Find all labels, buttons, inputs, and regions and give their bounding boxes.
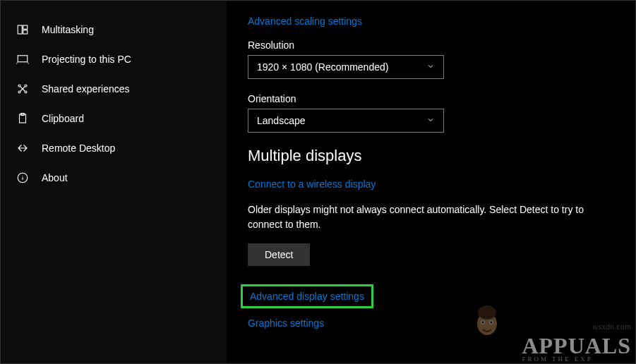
remote-desktop-icon: [16, 142, 29, 154]
orientation-value: Landscape: [257, 115, 306, 126]
resolution-label: Resolution: [248, 40, 614, 51]
shared-experiences-icon: [16, 83, 29, 95]
orientation-label: Orientation: [248, 93, 614, 104]
orientation-select[interactable]: Landscape: [248, 109, 444, 133]
sidebar-item-clipboard[interactable]: Clipboard: [1, 104, 227, 133]
advanced-scaling-link[interactable]: Advanced scaling settings: [248, 16, 362, 27]
svg-point-5: [25, 85, 27, 87]
resolution-select[interactable]: 1920 × 1080 (Recommended): [248, 55, 444, 79]
projecting-icon: [16, 53, 29, 66]
svg-point-18: [491, 322, 493, 324]
about-icon: [16, 171, 29, 184]
settings-sidebar: Multitasking Projecting to this PC: [1, 1, 227, 363]
watermark-url: wsxdn.com: [592, 323, 631, 331]
sidebar-item-projecting[interactable]: Projecting to this PC: [1, 44, 227, 74]
detect-button[interactable]: Detect: [248, 243, 310, 266]
svg-point-17: [482, 322, 484, 324]
graphics-settings-link[interactable]: Graphics settings: [248, 317, 324, 329]
svg-point-4: [18, 85, 20, 87]
sidebar-item-shared-experiences[interactable]: Shared experiences: [1, 74, 227, 104]
svg-rect-0: [18, 25, 22, 34]
multiple-displays-heading: Multiple displays: [248, 147, 614, 165]
chevron-down-icon: [426, 61, 435, 73]
sidebar-item-label: Shared experiences: [42, 83, 130, 95]
sidebar-item-label: Multitasking: [42, 24, 94, 35]
sidebar-item-label: Clipboard: [42, 113, 84, 124]
svg-rect-2: [23, 30, 28, 34]
advanced-display-settings-link[interactable]: Advanced display settings: [241, 284, 373, 308]
clipboard-icon: [16, 112, 29, 125]
wireless-display-link[interactable]: Connect to a wireless display: [248, 178, 376, 190]
multitasking-icon: [16, 23, 29, 36]
sidebar-item-label: Projecting to this PC: [42, 54, 131, 65]
watermark-brand: APPUALS: [522, 336, 631, 356]
sidebar-item-label: Remote Desktop: [42, 142, 115, 154]
sidebar-item-label: About: [42, 172, 68, 183]
svg-point-7: [25, 91, 27, 93]
watermark: APPUALS FROM THE EXP: [522, 336, 631, 362]
display-settings-panel: Advanced scaling settings Resolution 192…: [227, 1, 635, 363]
detect-description: Older displays might not always connect …: [248, 202, 601, 232]
svg-point-6: [18, 91, 20, 93]
mascot-icon: [473, 304, 501, 338]
svg-rect-3: [18, 56, 28, 62]
sidebar-item-about[interactable]: About: [1, 163, 227, 193]
svg-rect-1: [23, 25, 28, 29]
svg-point-14: [478, 305, 496, 320]
chevron-down-icon: [426, 115, 435, 126]
resolution-value: 1920 × 1080 (Recommended): [257, 61, 388, 73]
sidebar-item-multitasking[interactable]: Multitasking: [1, 15, 227, 44]
sidebar-item-remote-desktop[interactable]: Remote Desktop: [1, 133, 227, 163]
